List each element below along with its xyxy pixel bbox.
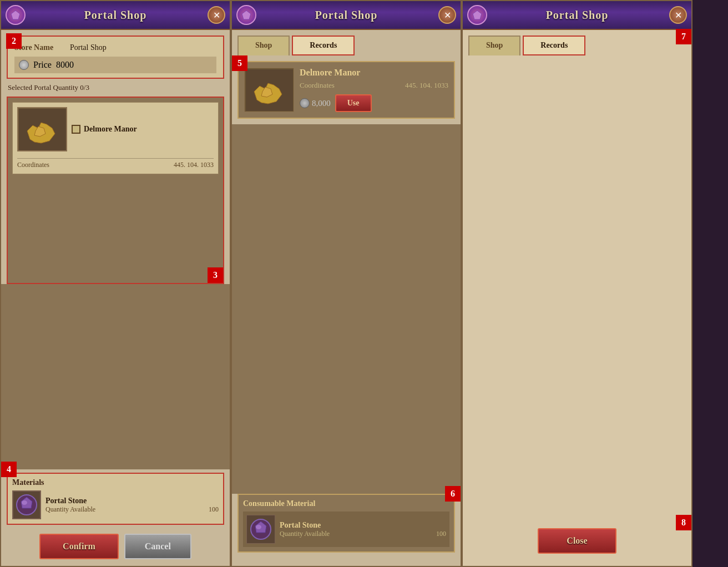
material-icon [12, 490, 41, 519]
store-name-label: Store Name [14, 43, 70, 52]
badge-2: 2 [6, 33, 22, 49]
materials-title: Materials [12, 478, 219, 487]
panel1-buttons: Confirm Cancel [1, 528, 230, 566]
svg-marker-7 [242, 11, 251, 19]
confirm-button[interactable]: Confirm [39, 534, 119, 559]
item-checkbox[interactable] [72, 125, 80, 134]
price-row: Price 8000 [14, 57, 216, 73]
material-info: Portal Stone Quantity Available 100 [46, 497, 219, 514]
store-name-value: Portal Shop [70, 43, 107, 52]
tab-shop-2[interactable]: Shop [237, 36, 290, 55]
item-coords: Coordinates 445. 104. 1033 [17, 158, 214, 169]
coin-icon [19, 60, 29, 70]
corner-gem-3 [467, 5, 487, 25]
badge-8: 8 [676, 515, 691, 530]
badge-7: 7 [676, 29, 691, 44]
panel2-bottom-pad [232, 557, 461, 566]
panel1-item-list: 3 Delmore Manor [7, 97, 224, 284]
item-name: Delmore Manor [84, 125, 137, 134]
panel3-close-button[interactable]: ✕ [669, 6, 687, 24]
panel1-store-info: Store Name Portal Shop Price 8000 [7, 36, 224, 79]
corner-gem-2 [236, 5, 256, 25]
tab-records-2[interactable]: Records [292, 36, 355, 55]
materials-section: Materials Portal Stone Quantity Availabl… [7, 473, 224, 525]
shop-item-name: Delmore Manor [300, 68, 448, 78]
shop-item-thumbnail [244, 68, 294, 112]
consumable-name: Portal Stone [280, 521, 446, 530]
badge-6: 6 [445, 486, 461, 502]
p2-coords-label: Coordinates [300, 81, 335, 90]
consumable-item: Portal Stone Quantity Available 100 [243, 512, 449, 547]
selected-quantity-text: Selected Portal Quantity 0/3 [1, 79, 230, 97]
consumable-info: Portal Stone Quantity Available 100 [280, 521, 446, 538]
close-button[interactable]: Close [538, 528, 616, 554]
panel2-close-button[interactable]: ✕ [438, 6, 456, 24]
corner-gem-1 [6, 5, 26, 25]
materials-wrapper: 4 Materials Portal Stone Quantity [1, 469, 230, 528]
panel1-titlebar: Portal Shop ✕ [1, 1, 230, 30]
use-button[interactable]: Use [335, 94, 372, 112]
item-thumbnail [17, 107, 67, 151]
shop-item-card: Delmore Manor Coordinates 445. 104. 1033… [237, 61, 455, 119]
panel-3: Portal Shop ✕ 7 Shop Records 8 Close [462, 0, 692, 567]
c-qty-label: Quantity Available [280, 530, 330, 538]
coords-value: 445. 104. 1033 [174, 161, 214, 169]
qty-label: Quantity Available [46, 505, 95, 514]
panel1-close-button[interactable]: ✕ [208, 6, 225, 24]
empty-space-1 [1, 284, 230, 469]
c-qty-value: 100 [436, 530, 446, 538]
panel-2: Portal Shop ✕ Shop Records 5 De [231, 0, 462, 567]
price-label: Price [33, 60, 52, 70]
badge-4: 4 [1, 462, 17, 477]
material-qty-row: Quantity Available 100 [46, 505, 219, 514]
panel1-title: Portal Shop [84, 9, 147, 22]
coords-label: Coordinates [17, 161, 49, 169]
panel3-titlebar: Portal Shop ✕ [463, 1, 691, 30]
shop-item-price: 8,000 [300, 98, 331, 108]
tab-shop-3[interactable]: Shop [468, 36, 520, 55]
coin-icon-2 [300, 98, 310, 108]
badge-3: 3 [208, 267, 223, 283]
svg-point-13 [256, 525, 261, 529]
item-card-top: Delmore Manor [17, 107, 214, 151]
cancel-button[interactable]: Cancel [124, 534, 191, 559]
shop-item-price-row: 8,000 Use [300, 94, 448, 112]
qty-value: 100 [209, 505, 219, 514]
shop-item-details: Delmore Manor Coordinates 445. 104. 1033… [300, 68, 448, 112]
panel3-title: Portal Shop [546, 9, 609, 22]
consumable-qty-row: Quantity Available 100 [280, 530, 446, 538]
svg-point-6 [22, 500, 27, 505]
store-name-row: Store Name Portal Shop [14, 41, 216, 54]
p2-coords-value: 445. 104. 1033 [405, 81, 448, 90]
price-amount: 8,000 [312, 99, 331, 108]
svg-marker-0 [11, 11, 20, 19]
shop-item-coords: Coordinates 445. 104. 1033 [300, 81, 448, 90]
price-value: 8000 [56, 60, 74, 70]
panel2-content: 5 Delmore Manor Coordinates 445. 104. 10… [232, 55, 461, 566]
svg-marker-14 [473, 11, 482, 19]
material-item: Portal Stone Quantity Available 100 [12, 490, 219, 519]
panel-1: Portal Shop ✕ 2 Store Name Portal Shop P… [0, 0, 231, 567]
panel2-empty-space [232, 124, 461, 494]
consumable-wrapper: 6 Consumable Material Portal Stone [232, 494, 461, 557]
panel3-tabs: 7 Shop Records [463, 30, 691, 55]
tab-records-3[interactable]: Records [523, 36, 585, 55]
panel3-bottom: 8 Close [463, 523, 691, 559]
panel3-empty-content [463, 55, 691, 523]
badge-5: 5 [232, 55, 247, 71]
panel2-titlebar: Portal Shop ✕ [232, 1, 461, 30]
item-details: Delmore Manor [72, 125, 137, 134]
consumable-title: Consumable Material [243, 499, 449, 508]
panel2-title: Portal Shop [315, 9, 378, 22]
material-name: Portal Stone [46, 497, 219, 505]
item-name-row: Delmore Manor [72, 125, 137, 134]
panel2-tabs: Shop Records [232, 30, 461, 55]
consumable-icon [246, 515, 275, 544]
panel3-footer [463, 559, 691, 566]
portal-item-card[interactable]: Delmore Manor Coordinates 445. 104. 1033 [12, 102, 219, 174]
consumable-section: Consumable Material Portal Stone [237, 494, 455, 553]
